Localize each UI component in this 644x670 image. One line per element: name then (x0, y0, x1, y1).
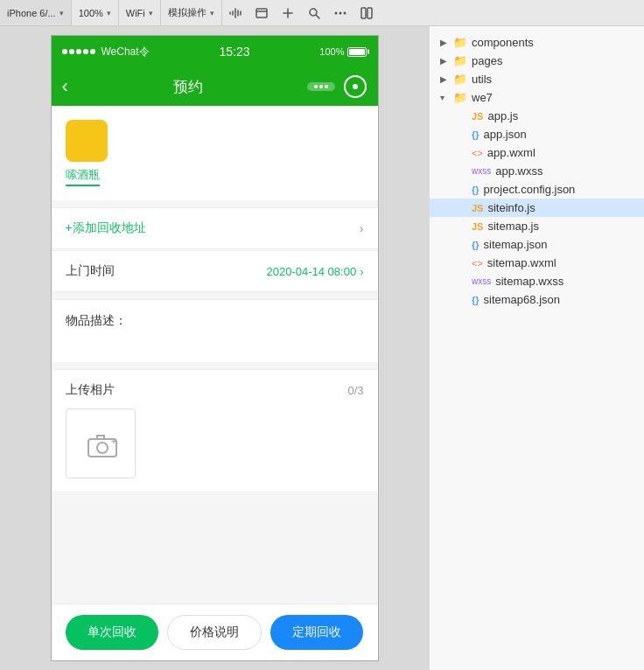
periodic-recycle-button[interactable]: 定期回收 (270, 615, 363, 650)
folder-icon: 📁 (453, 91, 467, 104)
svg-point-8 (343, 11, 346, 14)
photo-count: 0/3 (347, 384, 363, 397)
tree-item[interactable]: <>sitemap.wxml (430, 254, 644, 272)
signal-dots (62, 49, 95, 54)
svg-point-6 (334, 11, 337, 14)
dot-1 (314, 85, 318, 88)
tree-item[interactable]: JSsitemap.js (430, 217, 644, 235)
mute-button[interactable] (222, 0, 248, 25)
file-name: sitemap68.json (484, 293, 560, 306)
network-selector[interactable]: WiFi ▾ (119, 0, 161, 25)
back-button[interactable]: ‹ (62, 77, 68, 96)
network-chevron: ▾ (149, 9, 153, 17)
file-name: siteinfo.js (487, 201, 535, 214)
status-bar-left: WeChat令 (62, 45, 150, 59)
phone-simulator: WeChat令 15:23 100% ‹ 预约 (0, 26, 429, 670)
tree-item[interactable]: ▶📁components (430, 33, 644, 52)
content-area: 嗦酒瓶 +添加回收地址 › 上门时间 2020-04-14 08:00 › (52, 106, 378, 604)
mode-chevron: ▾ (210, 9, 214, 17)
signal-dot-4 (83, 49, 88, 54)
folder-icon: 📁 (453, 36, 467, 49)
desc-label: 物品描述： (66, 313, 127, 327)
mode-label: 模拟操作 (168, 6, 206, 19)
svg-text:+: + (111, 436, 116, 446)
photo-section: 上传相片 0/3 + (52, 369, 378, 491)
zoom-chevron: ▾ (107, 9, 111, 17)
time-value: 2020-04-14 08:00 (267, 265, 357, 278)
file-name: sitemap.wxss (495, 275, 564, 288)
address-arrow: › (360, 221, 364, 235)
single-recycle-button[interactable]: 单次回收 (66, 615, 158, 650)
window-button[interactable] (248, 0, 275, 25)
file-type-icon: {} (472, 129, 480, 140)
tree-item[interactable]: wxssapp.wxss (430, 162, 644, 180)
photo-upload-box[interactable]: + (66, 408, 136, 478)
search-button[interactable] (301, 0, 327, 25)
file-type-icon: <> (472, 258, 483, 269)
tree-item[interactable]: JSsiteinfo.js (430, 199, 644, 217)
file-tree-panel: ▶📁components▶📁pages▶📁utils▾📁we7 JSapp.js… (429, 26, 644, 670)
price-info-button[interactable]: 价格说明 (167, 615, 262, 650)
tree-item[interactable]: {}sitemap68.json (430, 290, 644, 309)
file-name: app.wxss (495, 164, 542, 178)
svg-rect-0 (256, 9, 267, 17)
svg-point-12 (97, 443, 108, 453)
svg-point-4 (310, 9, 317, 16)
file-name: utils (472, 73, 492, 86)
add-tab-button[interactable] (275, 0, 301, 25)
description-section: 物品描述： (52, 299, 378, 369)
dot-2 (319, 85, 323, 88)
tree-item[interactable]: {}app.json (430, 125, 644, 143)
time-arrow: › (360, 265, 363, 278)
phone-screen: WeChat令 15:23 100% ‹ 预约 (51, 35, 379, 661)
nav-actions (307, 75, 367, 98)
file-type-icon: JS (472, 111, 483, 122)
main-content: WeChat令 15:23 100% ‹ 预约 (0, 26, 644, 670)
nav-bar: ‹ 预约 (52, 67, 378, 106)
signal-dot-3 (76, 49, 81, 54)
svg-line-5 (316, 15, 319, 18)
app-name: WeChat令 (102, 45, 150, 59)
tree-item[interactable]: ▾📁we7 (430, 88, 644, 107)
nav-target-button[interactable] (344, 75, 367, 98)
file-type-icon: JS (472, 203, 483, 213)
nav-more-button[interactable] (307, 82, 335, 91)
file-name: sitemap.wxml (487, 256, 556, 269)
tree-item[interactable]: ▶📁utils (430, 70, 644, 88)
mode-selector[interactable]: 模拟操作 ▾ (161, 0, 222, 25)
tree-item[interactable]: wxsssitemap.wxss (430, 272, 644, 290)
device-selector[interactable]: iPhone 6/... ▾ (0, 0, 72, 25)
file-name: pages (472, 54, 502, 67)
photo-header: 上传相片 0/3 (66, 382, 364, 398)
signal-dot-2 (69, 49, 74, 54)
tree-item[interactable]: JSapp.js (430, 107, 644, 125)
device-label: iPhone 6/... (7, 8, 56, 18)
tree-item[interactable]: ▶📁pages (430, 52, 644, 70)
time-section[interactable]: 上门时间 2020-04-14 08:00 › (52, 250, 378, 292)
tree-item[interactable]: {}project.config.json (430, 180, 644, 199)
more-options-button[interactable] (327, 0, 354, 25)
bottom-buttons: 单次回收 价格说明 定期回收 (52, 604, 378, 660)
layout-button[interactable] (354, 0, 380, 25)
file-name: project.config.json (484, 183, 576, 196)
zoom-selector[interactable]: 100% ▾ (72, 0, 119, 25)
svg-rect-10 (368, 8, 372, 18)
battery-icon (347, 47, 367, 57)
file-type-icon: {} (472, 295, 480, 305)
file-name: we7 (472, 91, 493, 104)
file-name: sitemap.js (487, 220, 539, 233)
status-bar: WeChat令 15:23 100% (52, 36, 378, 67)
file-type-icon: <> (472, 148, 483, 158)
tree-item[interactable]: <>app.wxml (430, 143, 644, 162)
profile-name: 嗦酒瓶 (66, 167, 100, 186)
file-name: app.json (484, 128, 527, 141)
file-name: app.wxml (487, 146, 536, 159)
folder-arrow-closed: ▶ (440, 38, 449, 47)
file-name: sitemap.json (484, 238, 548, 251)
battery-percent: 100% (319, 46, 344, 57)
status-bar-right: 100% (319, 46, 367, 57)
photo-label: 上传相片 (66, 382, 115, 398)
file-name: app.js (487, 109, 518, 122)
tree-item[interactable]: {}sitemap.json (430, 235, 644, 254)
address-section[interactable]: +添加回收地址 › (52, 207, 378, 249)
